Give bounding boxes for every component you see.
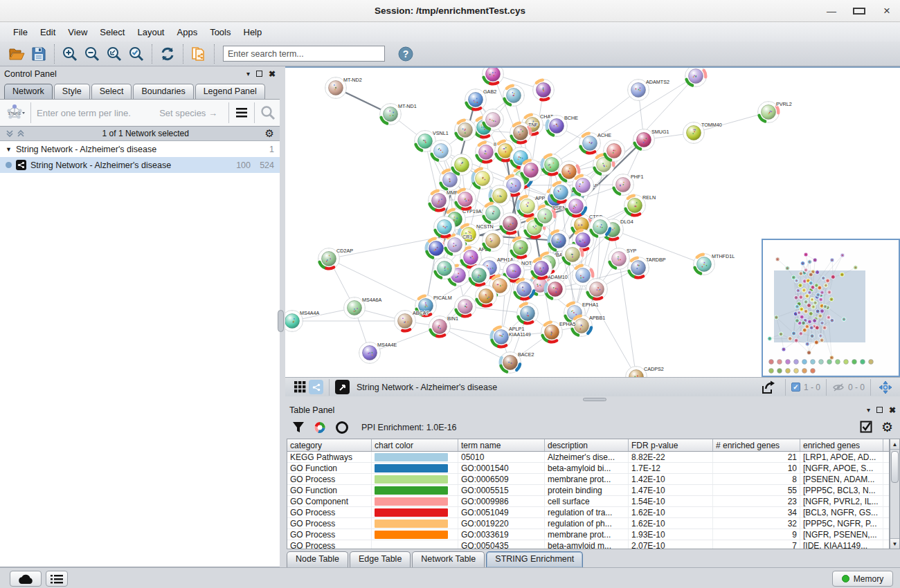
pie-chart-icon[interactable] [313, 421, 327, 434]
panel-float-icon[interactable] [256, 71, 262, 77]
filter-icon[interactable] [292, 421, 305, 434]
zoom-out-button[interactable] [81, 44, 103, 64]
network-collection-row[interactable]: ▼ String Network - Alzheimer's disease 1 [0, 141, 280, 157]
column-header-6[interactable]: # enriched genes [713, 439, 800, 451]
network-node[interactable] [590, 217, 611, 238]
network-node[interactable] [573, 175, 594, 196]
table-row[interactable]: GO ProcessGO:0051049regulation of tra...… [287, 507, 889, 518]
network-node[interactable] [531, 258, 552, 279]
network-node[interactable] [503, 85, 525, 107]
network-row[interactable]: String Network - Alzheimer's disease 100… [0, 157, 280, 173]
table-row[interactable]: GO ProcessGO:0019220regulation of ph...1… [287, 518, 889, 529]
network-options-gear-icon[interactable]: ⚙ [265, 127, 274, 140]
network-node[interactable] [566, 196, 587, 217]
cloud-button[interactable] [10, 571, 42, 587]
network-node[interactable] [469, 265, 490, 286]
column-header-1[interactable]: category [287, 439, 372, 451]
network-node[interactable] [483, 109, 504, 131]
memory-button[interactable]: Memory [832, 571, 893, 587]
network-node[interactable] [455, 296, 476, 318]
column-header-3[interactable]: term name [458, 439, 545, 451]
collapse-expand-icons[interactable] [6, 129, 26, 138]
network-node[interactable] [483, 68, 504, 85]
network-node[interactable] [472, 168, 494, 190]
network-node[interactable]: MT-ND2 [325, 77, 362, 99]
network-node[interactable] [586, 279, 608, 300]
network-node[interactable]: EPHA5 [541, 321, 576, 343]
string-style-button[interactable] [309, 380, 323, 394]
tree-expand-icon[interactable]: ▼ [6, 146, 12, 153]
menu-layout[interactable]: Layout [131, 24, 170, 40]
network-node[interactable]: RELN [624, 194, 656, 217]
search-input[interactable] [223, 46, 385, 62]
network-node[interactable] [431, 140, 452, 162]
menu-apps[interactable]: Apps [171, 24, 204, 40]
panel-menu-icon[interactable]: ▾ [246, 70, 250, 77]
network-node[interactable] [434, 258, 456, 279]
network-node[interactable]: MT-ND1 [380, 103, 417, 125]
string-logo-icon[interactable]: STRING [4, 102, 25, 123]
zoom-in-button[interactable] [59, 44, 81, 64]
table-tab-edge-table[interactable]: Edge Table [350, 551, 411, 567]
table-tab-network-table[interactable]: Network Table [412, 551, 485, 567]
network-node[interactable] [545, 279, 566, 300]
zoom-selected-button[interactable] [125, 44, 147, 64]
network-node[interactable] [455, 120, 476, 141]
table-tab-string-enrichment[interactable]: STRING Enrichment [486, 551, 583, 567]
network-node[interactable] [510, 237, 532, 259]
network-node[interactable]: SMUG1 [633, 129, 669, 151]
network-node[interactable] [562, 244, 584, 266]
network-node[interactable]: MS4A6A [344, 297, 382, 319]
string-term-input[interactable] [37, 108, 159, 118]
enrichment-table[interactable]: categorychart colorterm namedescriptionF… [287, 439, 890, 549]
menu-view[interactable]: View [62, 24, 93, 40]
network-node[interactable]: TARDBP [628, 257, 666, 279]
maximize-button[interactable] [853, 6, 865, 17]
ring-chart-icon[interactable] [335, 421, 349, 434]
network-node[interactable] [517, 303, 539, 324]
network-node[interactable] [451, 154, 473, 176]
menu-help[interactable]: Help [237, 24, 269, 40]
network-node[interactable]: GAB2 [465, 89, 497, 111]
scroll-down-button[interactable]: ▼ [890, 538, 899, 549]
scroll-up-button[interactable]: ▲ [890, 439, 899, 450]
network-node[interactable] [533, 80, 555, 101]
task-list-button[interactable] [46, 571, 68, 587]
network-node[interactable]: PVRL2 [758, 101, 792, 123]
table-settings-gear-icon[interactable]: ⚙ [881, 419, 893, 435]
menu-edit[interactable]: Edit [34, 24, 62, 40]
table-row[interactable]: GO FunctionGO:0005515protein binding1.47… [287, 485, 889, 496]
birds-eye-view[interactable] [762, 239, 900, 377]
menu-select[interactable]: Select [93, 24, 131, 40]
column-header-4[interactable]: description [545, 439, 629, 451]
column-header-2[interactable]: chart color [372, 439, 458, 451]
grid-view-button[interactable] [291, 377, 309, 398]
network-node[interactable] [500, 213, 521, 235]
panel-close-icon[interactable]: ✖ [269, 69, 276, 79]
network-node[interactable]: ADAMTS2 [628, 79, 669, 101]
network-node[interactable]: BCHE [546, 115, 579, 137]
table-row[interactable]: KEGG Pathways05010Alzheimer's dise...8.8… [287, 452, 889, 463]
string-options-icon[interactable] [235, 107, 249, 119]
table-panel-float-icon[interactable] [876, 407, 883, 413]
network-node[interactable] [434, 217, 456, 238]
open-session-button[interactable] [6, 44, 28, 64]
navigator-button[interactable] [876, 377, 894, 398]
tab-style[interactable]: Style [54, 84, 90, 99]
table-scrollbar[interactable]: ▲ ▼ [890, 439, 900, 549]
network-node[interactable] [455, 189, 476, 210]
table-row[interactable]: GO ComponentGO:0009986cell surface1.54E-… [287, 496, 889, 507]
network-view[interactable]: MT-ND2MT-ND1VSNL1GAB2ADAMTS2PVRL2TOMM40S… [285, 66, 900, 377]
table-row[interactable]: GO ProcessGO:0033619membrane prot...1.93… [287, 529, 889, 540]
table-panel-close-icon[interactable]: ✖ [889, 405, 896, 415]
table-row[interactable]: GO ProcessGO:0050435beta-amyloid m...2.0… [287, 540, 889, 549]
network-node[interactable]: ABCA7 [395, 310, 429, 332]
tab-select[interactable]: Select [91, 84, 132, 99]
network-node[interactable] [604, 140, 625, 162]
table-row[interactable]: GO FunctionGO:0001540beta-amyloid bi...1… [287, 463, 889, 474]
network-node[interactable] [685, 68, 707, 87]
network-node[interactable]: BACE2 [500, 351, 534, 374]
table-panel-menu-icon[interactable]: ▾ [867, 406, 870, 414]
network-node[interactable] [521, 160, 542, 181]
set-species-label[interactable]: Set species → [159, 108, 217, 118]
